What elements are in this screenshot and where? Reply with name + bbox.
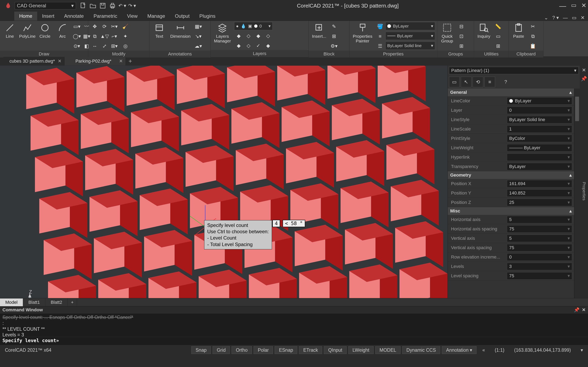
panel-help-icon[interactable]: ? xyxy=(501,77,511,87)
status-toggle-dynamic ccs[interactable]: Dynamic CCS xyxy=(402,346,440,354)
prop-value[interactable]: 1▾ xyxy=(507,125,572,133)
print-icon[interactable] xyxy=(108,1,117,10)
section-general[interactable]: General▴ xyxy=(448,89,574,96)
mdi-min-icon[interactable]: — xyxy=(563,15,568,21)
mdi-close-icon[interactable]: ✕ xyxy=(581,15,585,21)
copy-icon[interactable]: ⧉ xyxy=(90,32,99,41)
layer-state-combo[interactable]: ●💧▣0▾ xyxy=(234,22,273,30)
prop-value[interactable]: ByLayer▾ xyxy=(507,97,572,105)
polyline-button[interactable]: PolyLine xyxy=(20,22,35,39)
define-block-icon[interactable]: ⊞ xyxy=(329,32,338,41)
prop-value[interactable]: ByLayer▾ xyxy=(507,163,572,170)
pin-icon[interactable]: 📌 xyxy=(581,76,587,82)
layer-i4[interactable]: ◇ xyxy=(264,31,273,40)
insert-button[interactable]: Insert... xyxy=(311,22,328,39)
status-toggle-snap[interactable]: Snap xyxy=(191,346,211,354)
workspace-selector[interactable]: CAD General ▾ xyxy=(15,2,76,9)
new-icon[interactable] xyxy=(79,1,87,10)
move-icon[interactable]: ✥ xyxy=(90,22,99,31)
inquiry-button[interactable]: Inquiry xyxy=(476,22,492,39)
panel-close-icon[interactable]: ✕ xyxy=(582,67,586,73)
close-tab-icon[interactable]: ✕ xyxy=(58,58,61,64)
tab-output[interactable]: Output xyxy=(170,12,195,21)
cut-icon[interactable]: ✂ xyxy=(528,22,537,31)
lines-icon[interactable]: ≡ xyxy=(376,32,385,41)
cloud-icon[interactable]: ☁▾ xyxy=(194,42,203,50)
ungroup-icon[interactable]: ⊟ xyxy=(457,22,466,31)
trim-icon[interactable]: ✂▾ xyxy=(110,22,119,31)
circle-button[interactable]: Circle xyxy=(37,22,53,39)
layer-i1[interactable]: ◆ xyxy=(234,31,243,40)
status-toggle-ortho[interactable]: Ortho xyxy=(232,346,252,354)
panel-tool-3[interactable]: ⟲ xyxy=(473,77,483,87)
measure-icon[interactable]: 📏 xyxy=(494,22,503,31)
lineweight-combo[interactable]: ByLayer▾ xyxy=(385,32,435,40)
prop-value[interactable]: ByLayer Solid line▾ xyxy=(507,116,572,123)
layout-add-button[interactable]: + xyxy=(68,299,77,306)
status-toggle-annotation[interactable]: Annotation ▾ xyxy=(442,346,476,354)
status-toggle-model[interactable]: MODEL xyxy=(375,346,401,354)
editgroup-icon[interactable]: ⊡ xyxy=(457,32,466,41)
maximize-icon[interactable]: ▭ xyxy=(571,2,576,10)
status-toggle-qinput[interactable]: QInput xyxy=(324,346,346,354)
layer-i8[interactable]: ◆ xyxy=(264,41,273,50)
attr-icon[interactable]: ⚙▾ xyxy=(329,42,338,50)
angle-input[interactable]: < 58 ° xyxy=(283,220,305,227)
tab-plugins[interactable]: Plugins xyxy=(195,12,221,21)
properties-painter-button[interactable]: Properties Painter xyxy=(352,22,374,44)
layer-i7[interactable]: ✓ xyxy=(254,41,263,50)
prop-value[interactable]: 75▾ xyxy=(507,244,572,251)
tab-annotate[interactable]: Annotate xyxy=(59,12,89,21)
panel-scrollbar[interactable] xyxy=(574,89,580,298)
prop-value[interactable]: 5▾ xyxy=(507,235,572,242)
section-geometry[interactable]: Geometry▴ xyxy=(448,171,574,179)
doc-tab-0[interactable]: cubes 3D pattern.dwg*✕ xyxy=(3,57,65,66)
prop-value[interactable]: 161.694▾ xyxy=(507,180,572,187)
select-icon[interactable]: ▭ xyxy=(494,32,503,41)
prop-value[interactable]: 0▾ xyxy=(507,107,572,114)
panel-tool-2[interactable]: ↖ xyxy=(461,77,471,87)
selection-combo[interactable]: Pattern (Linear) (1)▾ xyxy=(449,67,579,74)
offset-icon[interactable]: ◎ xyxy=(121,42,130,50)
status-toggle-grid[interactable]: Grid xyxy=(213,346,230,354)
panel-tool-4[interactable]: ≡ xyxy=(484,77,495,87)
tab-manage[interactable]: Manage xyxy=(143,12,170,21)
add-doc-button[interactable]: + xyxy=(126,58,135,65)
scale-icon[interactable]: ⤢ xyxy=(100,42,109,50)
minimize-icon[interactable]: — xyxy=(559,2,566,10)
explode-icon[interactable]: ✦ xyxy=(121,32,130,41)
doc-tab-1[interactable]: Parking-P02.dwg*✕ xyxy=(65,57,126,66)
prop-value[interactable]: ▾ xyxy=(507,154,572,161)
open-icon[interactable] xyxy=(89,1,97,10)
status-toggle-etrack[interactable]: ETrack xyxy=(299,346,322,354)
status-arrow-icon[interactable]: « xyxy=(478,346,489,354)
list-icon[interactable]: ☰ xyxy=(376,42,385,50)
command-input[interactable]: Specify level count» xyxy=(0,337,588,345)
prop-value[interactable]: 140.852▾ xyxy=(507,189,572,197)
line-button[interactable]: Line xyxy=(2,22,17,39)
calc-icon[interactable]: ⊞ xyxy=(494,42,503,50)
tab-view[interactable]: View xyxy=(122,12,143,21)
tab-home[interactable]: Home xyxy=(14,12,37,21)
tab-parametric[interactable]: Parametric xyxy=(89,12,122,21)
paste-button[interactable]: Paste xyxy=(511,22,526,39)
table-icon[interactable]: ▦▾ xyxy=(194,22,203,31)
stretch-icon[interactable]: ↔ xyxy=(90,42,99,50)
mdi-restore-icon[interactable]: ▭ xyxy=(572,15,577,21)
copy2-icon[interactable]: ⧉ xyxy=(528,32,537,41)
status-toggle-esnap[interactable]: ESnap xyxy=(275,346,297,354)
layers-manager-button[interactable]: Layers Manager xyxy=(213,22,232,44)
tab-insert[interactable]: Insert xyxy=(37,12,59,21)
prop-value[interactable]: 3▾ xyxy=(507,263,572,270)
dimension-button[interactable]: Dimension xyxy=(169,22,192,39)
layer-i2[interactable]: ◇ xyxy=(244,31,253,40)
arc-button[interactable]: Arc xyxy=(55,22,70,39)
prop-value[interactable]: 25▾ xyxy=(507,199,572,206)
help-icon[interactable]: ? ▾ xyxy=(552,15,559,21)
text-button[interactable]: Text xyxy=(151,22,167,39)
cmd-close-icon[interactable]: ✕ xyxy=(582,307,586,312)
array-icon[interactable]: ⊞▾ xyxy=(110,42,119,50)
prop-value[interactable]: 5▾ xyxy=(507,216,572,223)
linestyle-combo[interactable]: ByLayer Solid line▾ xyxy=(385,42,435,50)
layer-i3[interactable]: ◆ xyxy=(254,31,263,40)
